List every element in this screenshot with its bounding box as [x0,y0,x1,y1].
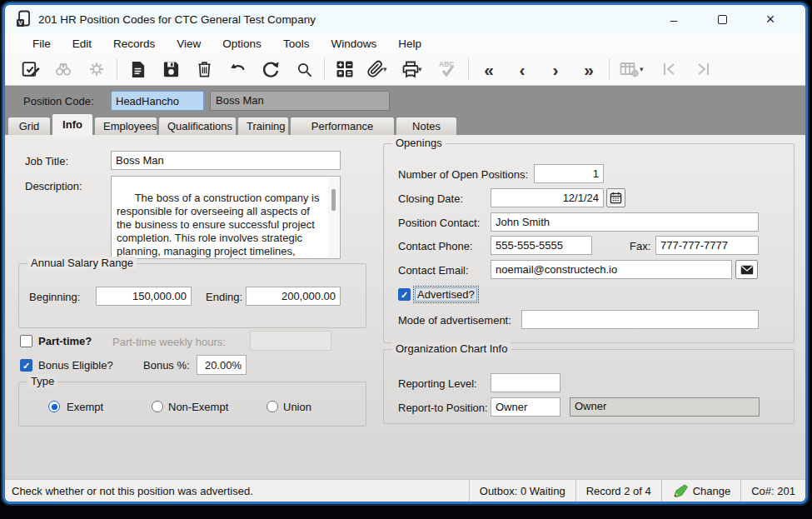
salary-ending-label: Ending: [206,291,242,303]
first-record-icon [653,57,686,82]
part-time-hours-input [250,331,331,351]
bonus-eligible-checkbox[interactable]: ✓ [20,359,32,372]
title-bar: V 201 HR Position Codes for CTC General … [5,5,805,33]
tab-qualifications[interactable]: Qualifications [158,117,237,135]
status-outbox: Outbox: 0 Waiting [469,480,575,502]
type-group: Type Exempt Non-Exempt Union [18,382,366,427]
status-bar: Check whether or not this position was a… [5,479,805,502]
menu-file[interactable]: File [22,35,62,52]
menu-tools[interactable]: Tools [272,35,321,52]
contact-email-label: Contact Email: [398,264,469,277]
undo-icon[interactable] [221,57,254,82]
description-scrollbar[interactable] [328,177,339,257]
type-non-exempt-radio[interactable] [152,401,163,412]
calculator-grid-icon[interactable] [328,57,361,82]
delete-icon[interactable] [187,57,221,82]
fax-input[interactable] [655,236,759,255]
position-contact-input[interactable] [491,212,759,232]
description-scrollbar-thumb[interactable] [331,189,336,211]
fax-label: Fax: [630,240,650,252]
salary-beginning-input[interactable] [96,287,192,306]
status-change-mode: Change [661,480,741,502]
app-window: V 201 HR Position Codes for CTC General … [2,2,808,504]
prev-page-icon[interactable]: ‹ [506,57,539,82]
closing-date-input[interactable] [491,188,604,207]
openings-group: Openings Number of Open Positions: Closi… [383,143,795,343]
tab-strip: Grid Info Employees Qualifications Train… [7,113,458,135]
app-icon: V [15,10,32,28]
pencil-icon [672,483,689,498]
tab-performance-ratings[interactable]: Performance Ratings [290,117,395,135]
job-title-input[interactable] [111,151,341,170]
type-union-radio[interactable] [267,401,278,412]
report-to-position-label: Report-to Position: [398,402,488,414]
email-button[interactable] [735,260,758,279]
open-positions-label: Number of Open Positions: [398,168,528,181]
first-page-icon[interactable]: « [472,57,506,82]
tab-info[interactable]: Info [52,113,93,135]
menu-records[interactable]: Records [102,35,166,52]
bonus-pct-label: Bonus %: [143,359,190,372]
status-company: Co#: 201 [740,480,805,502]
envelope-icon [740,265,754,275]
open-positions-input[interactable] [534,164,604,183]
reporting-level-input[interactable] [491,373,560,392]
search-icon[interactable] [287,57,321,82]
window-title: 201 HR Position Codes for CTC General Te… [38,13,665,26]
find-records-icon [47,57,80,82]
position-code-label: Position Code: [23,95,94,107]
tab-notes[interactable]: Notes [396,117,457,135]
type-non-exempt-label: Non-Exempt [168,401,228,413]
toolbar: ▾ ▾ ABC « ‹ › » ▾ [5,53,805,86]
tab-training[interactable]: Training [237,117,289,135]
contact-phone-input[interactable] [491,236,592,255]
maximize-button[interactable] [714,11,730,27]
contact-email-input[interactable] [491,260,732,279]
closing-date-label: Closing Date: [398,192,463,205]
tab-grid[interactable]: Grid [7,117,51,135]
report-to-position-input[interactable] [491,397,560,417]
calendar-button[interactable] [606,188,625,207]
openings-title: Openings [392,137,446,149]
position-code-input[interactable] [111,91,204,111]
salary-range-group: Annual Salary Range Beginning: Ending: [18,263,366,328]
maximize-icon [718,15,727,24]
menu-help[interactable]: Help [387,35,432,52]
print-dropdown-icon[interactable]: ▾ [418,65,428,73]
description-text: The boss of a construction company is re… [117,192,322,259]
advertised-checkbox[interactable]: ✓ [398,288,411,301]
menu-view[interactable]: View [166,35,212,52]
last-page-icon[interactable]: » [572,57,605,82]
position-contact-label: Position Contact: [398,217,480,229]
position-code-description: Boss Man [210,91,390,111]
bonus-pct-input[interactable] [197,355,247,375]
next-page-icon[interactable]: › [539,57,572,82]
mode-of-advertisement-input[interactable] [521,310,759,329]
svg-text:V: V [18,19,23,27]
description-textarea[interactable]: The boss of a construction company is re… [111,176,341,259]
tab-employees[interactable]: Employees [94,117,157,135]
org-chart-group: Organization Chart Info Reporting Level:… [383,349,795,424]
type-union-label: Union [283,401,311,413]
menu-edit[interactable]: Edit [62,35,102,52]
contact-phone-label: Contact Phone: [398,240,473,252]
menu-options[interactable]: Options [212,35,272,52]
record-header-band: Position Code: Boss Man Grid Info Employ… [5,86,805,135]
advertised-label: Advertised? [415,287,477,302]
spellcheck-icon: ABC [431,57,465,82]
close-button[interactable]: × [762,11,779,27]
type-exempt-label: Exempt [67,401,103,413]
save-icon[interactable] [154,57,187,82]
grid-options-dropdown-icon: ▾ [640,65,650,73]
status-message: Check whether or not this position was a… [5,485,469,497]
edit-record-icon[interactable] [13,57,47,82]
salary-ending-input[interactable] [246,287,341,306]
attachment-dropdown-icon[interactable]: ▾ [383,65,393,73]
minimize-button[interactable]: – [665,11,682,27]
new-record-icon[interactable] [121,57,154,82]
refresh-icon[interactable] [254,57,287,82]
part-time-checkbox[interactable] [20,335,32,347]
menu-windows[interactable]: Windows [320,35,387,52]
type-exempt-radio[interactable] [48,401,60,412]
status-record-count: Record 2 of 4 [575,480,661,502]
